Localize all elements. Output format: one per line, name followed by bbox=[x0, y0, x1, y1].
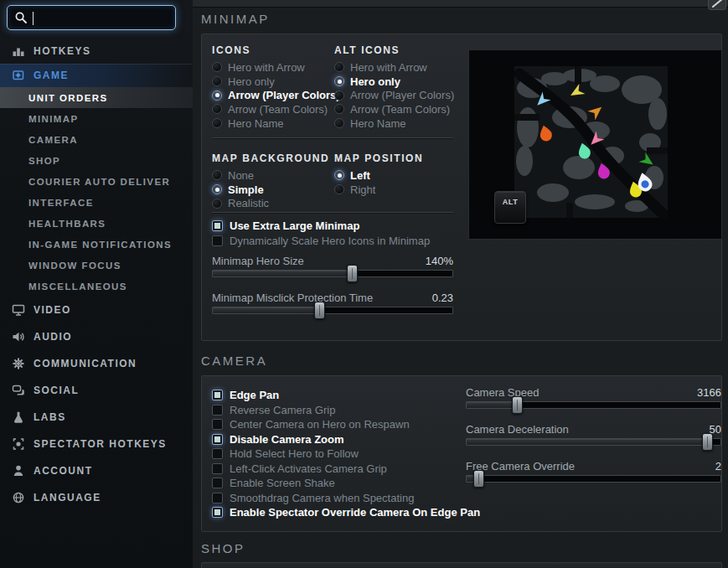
sidebar-subitem-courier-auto-deliver[interactable]: COURIER AUTO DELIVER bbox=[0, 171, 193, 192]
checkbox-option[interactable]: Hold Select Hero to Follow bbox=[212, 447, 480, 462]
checkbox-option[interactable]: Dynamically Scale Hero Icons in Minimap bbox=[212, 234, 430, 249]
slider-track[interactable] bbox=[466, 475, 721, 483]
radio-option[interactable]: Left bbox=[334, 168, 457, 183]
sidebar-item-hotkeys[interactable]: HOTKEYS bbox=[0, 39, 193, 64]
radio-option[interactable]: Right bbox=[334, 183, 457, 197]
radio-option[interactable]: Hero only bbox=[212, 75, 334, 89]
radio-option[interactable]: Hero Name bbox=[334, 116, 457, 131]
checkbox-option[interactable]: Reverse Camera Grip bbox=[212, 403, 480, 418]
checkbox-label: Edge Pan bbox=[230, 389, 279, 401]
slider-track[interactable] bbox=[466, 438, 721, 446]
video-icon bbox=[12, 303, 25, 317]
checkbox-icon bbox=[212, 463, 223, 474]
sidebar-item-label: COMMUNICATION bbox=[34, 358, 137, 369]
radio-option[interactable]: Hero with Arrow bbox=[212, 60, 334, 75]
sidebar-subitem-healthbars[interactable]: HEALTHBARS bbox=[0, 213, 193, 234]
checkbox-label: Disable Camera Zoom bbox=[230, 433, 344, 446]
sidebar-subitem-miscellaneous[interactable]: MISCELLANEOUS bbox=[0, 276, 193, 297]
slider-track[interactable] bbox=[466, 401, 721, 409]
radio-label: Hero only bbox=[350, 75, 400, 88]
group-title: ALT ICONS bbox=[334, 44, 457, 56]
settings-content: MINIMAP ICONSHero with ArrowHero onlyArr… bbox=[193, 0, 728, 568]
sidebar-item-label: LABS bbox=[34, 411, 66, 423]
sidebar-subitem-shop[interactable]: SHOP bbox=[0, 150, 193, 171]
checkbox-option[interactable]: Smoothdrag Camera when Spectating bbox=[212, 491, 480, 506]
sidebar-item-label: SOCIAL bbox=[34, 385, 79, 396]
radio-button-icon bbox=[212, 90, 222, 101]
radio-label: Arrow (Team Colors) bbox=[228, 103, 328, 116]
radio-label: Arrow (Player Colors) bbox=[350, 89, 454, 101]
sidebar-subitem-minimap[interactable]: MINIMAP bbox=[0, 108, 193, 129]
sidebar-item-audio[interactable]: AUDIO bbox=[0, 323, 193, 350]
slider-handle[interactable] bbox=[314, 302, 325, 319]
sidebar-item-communication[interactable]: COMMUNICATION bbox=[0, 350, 193, 377]
checkbox-icon bbox=[212, 235, 223, 246]
radio-button-icon bbox=[334, 90, 344, 101]
checkbox-label: Hold Select Hero to Follow bbox=[230, 447, 359, 460]
radio-option[interactable]: Arrow (Team Colors) bbox=[334, 102, 457, 116]
minimap-controls: ICONSHero with ArrowHero onlyArrow (Play… bbox=[202, 34, 462, 340]
game-icon bbox=[12, 69, 25, 82]
slider: Camera Deceleration50 bbox=[466, 423, 721, 446]
game-subnav: UNIT ORDERSMINIMAPCAMERASHOPCOURIER AUTO… bbox=[0, 87, 193, 297]
slider-handle[interactable] bbox=[512, 396, 523, 414]
search-box[interactable] bbox=[7, 5, 176, 30]
divider bbox=[212, 137, 453, 138]
slider: Minimap Misclick Protection Time0.23 bbox=[212, 292, 453, 314]
slider-track[interactable] bbox=[212, 307, 453, 314]
sidebar-item-label: ACCOUNT bbox=[34, 465, 93, 477]
minimap-preview: ALT bbox=[468, 49, 722, 240]
radio-button-icon bbox=[334, 104, 344, 114]
chat-icon bbox=[12, 384, 25, 397]
radio-option[interactable]: None bbox=[212, 168, 334, 183]
slider-handle[interactable] bbox=[347, 265, 358, 282]
checkbox-icon bbox=[212, 434, 223, 445]
checkbox-label: Dynamically Scale Hero Icons in Minimap bbox=[230, 235, 430, 247]
checkbox-option[interactable]: Center Camera on Hero on Respawn bbox=[212, 417, 480, 432]
sidebar-subitem-unit-orders[interactable]: UNIT ORDERS bbox=[0, 87, 193, 108]
radio-option[interactable]: Arrow (Team Colors) bbox=[212, 102, 334, 116]
alt-key-graphic: ALT bbox=[494, 191, 526, 224]
audio-icon bbox=[12, 330, 25, 343]
slider-track[interactable] bbox=[212, 270, 453, 277]
sidebar-subitem-interface[interactable]: INTERFACE bbox=[0, 192, 193, 213]
sidebar-item-language[interactable]: LANGUAGE bbox=[0, 484, 193, 511]
corner-partial-icon[interactable] bbox=[708, 0, 726, 10]
settings-sidebar: HOTKEYS GAME UNIT ORDERSMINIMAPCAMERASHO… bbox=[0, 0, 193, 568]
checkbox-option[interactable]: Enable Spectator Override Camera On Edge… bbox=[212, 505, 480, 520]
search-icon bbox=[14, 11, 28, 24]
sidebar-subitem-window-focus[interactable]: WINDOW FOCUS bbox=[0, 255, 193, 276]
slider-handle[interactable] bbox=[702, 433, 713, 451]
radio-option[interactable]: Arrow (Player Colors) bbox=[212, 88, 334, 102]
radio-option[interactable]: Hero with Arrow bbox=[334, 60, 457, 75]
sidebar-subitem-in-game-notifications[interactable]: IN-GAME NOTIFICATIONS bbox=[0, 234, 193, 255]
sidebar-item-account[interactable]: ACCOUNT bbox=[0, 457, 193, 484]
checkbox-label: Left-Click Activates Camera Grip bbox=[230, 462, 387, 475]
flask-icon bbox=[12, 411, 25, 424]
checkbox-option[interactable]: Disable Camera Zoom bbox=[212, 432, 480, 447]
divider bbox=[212, 212, 453, 213]
radio-option[interactable]: Realistic bbox=[212, 196, 334, 210]
radio-option[interactable]: Arrow (Player Colors) bbox=[334, 88, 457, 102]
sidebar-item-labs[interactable]: LABS bbox=[0, 404, 193, 431]
shop-settings-panel bbox=[201, 562, 722, 568]
sidebar-item-video[interactable]: VIDEO bbox=[0, 297, 193, 323]
checkbox-option[interactable]: Use Extra Large Minimap bbox=[212, 219, 430, 234]
radio-option[interactable]: Hero only bbox=[334, 75, 457, 89]
checkbox-option[interactable]: Enable Screen Shake bbox=[212, 476, 480, 491]
search-input[interactable] bbox=[33, 6, 180, 29]
camera-slider-list: Camera Speed3166Camera Deceleration50Fre… bbox=[466, 386, 721, 497]
sidebar-subitem-camera[interactable]: CAMERA bbox=[0, 129, 193, 150]
checkbox-option[interactable]: Left-Click Activates Camera Grip bbox=[212, 462, 480, 477]
sidebar-item-spectator-hotkeys[interactable]: SPECTATOR HOTKEYS bbox=[0, 431, 193, 457]
radio-group-map-position: MAP POSITIONLeftRight bbox=[334, 152, 457, 196]
checkbox-option[interactable]: Edge Pan bbox=[212, 388, 480, 403]
radio-option[interactable]: Simple bbox=[212, 183, 334, 197]
radio-label: Hero Name bbox=[228, 117, 283, 130]
sidebar-item-game[interactable]: GAME bbox=[0, 64, 193, 87]
radio-option[interactable]: Hero Name bbox=[212, 116, 334, 131]
section-title-minimap: MINIMAP bbox=[201, 12, 270, 26]
slider-handle[interactable] bbox=[473, 470, 484, 488]
sidebar-item-social[interactable]: SOCIAL bbox=[0, 377, 193, 404]
slider-label: Camera Deceleration bbox=[466, 423, 569, 436]
